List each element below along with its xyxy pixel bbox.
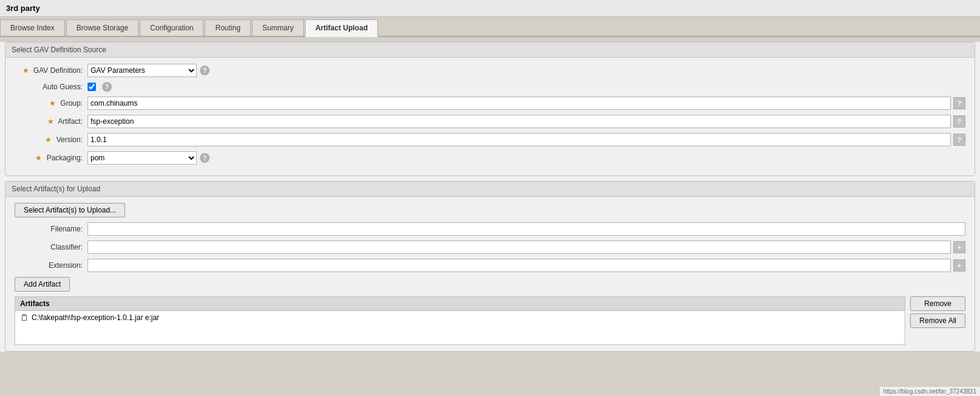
tab-artifact-upload[interactable]: Artifact Upload <box>305 19 378 37</box>
group-row: ★ Group: ? <box>15 97 965 110</box>
group-input-container: ? <box>87 97 965 110</box>
tab-configuration[interactable]: Configuration <box>140 19 204 36</box>
artifact-list-item[interactable]: 🗒 C:\fakepath\fsp-exception-1.0.1.jar e:… <box>15 311 905 324</box>
auto-guess-row: Auto Guess: ? <box>15 82 965 92</box>
artifact-input[interactable] <box>87 115 951 128</box>
gav-section: Select GAV Definition Source ★ GAV Defin… <box>5 42 975 176</box>
classifier-row: Classifier: + <box>15 241 965 254</box>
artifact-row: ★ Artifact: ? <box>15 115 965 128</box>
gav-definition-row: ★ GAV Definition: GAV Parameters POM Fil… <box>15 64 965 77</box>
filename-label: Filename: <box>15 225 87 233</box>
version-row: ★ Version: ? <box>15 133 965 146</box>
artifacts-section: Artifacts 🗒 C:\fakepath\fsp-exception-1.… <box>15 296 965 345</box>
artifact-action-buttons: Remove Remove All <box>910 296 965 345</box>
classifier-input-container: + <box>87 241 965 254</box>
gav-definition-select[interactable]: GAV Parameters POM File <box>87 64 197 77</box>
extension-help-icon[interactable]: + <box>953 259 965 271</box>
version-label: ★ Version: <box>15 135 87 144</box>
extension-input-container: + <box>87 259 965 272</box>
required-star: ★ <box>22 66 29 75</box>
artifact-label: ★ Artifact: <box>15 117 87 126</box>
packaging-select[interactable]: pom jar war ear <box>87 151 197 165</box>
filename-input[interactable] <box>87 222 965 236</box>
required-star-version: ★ <box>45 135 52 144</box>
group-label: ★ Group: <box>15 99 87 108</box>
filename-row: Filename: <box>15 222 965 236</box>
tab-bar: Browse Index Browse Storage Configuratio… <box>0 17 980 37</box>
gav-definition-label: ★ GAV Definition: <box>15 66 87 75</box>
extension-input[interactable] <box>87 259 951 272</box>
auto-guess-checkbox[interactable] <box>87 83 96 91</box>
remove-button[interactable]: Remove <box>910 296 965 311</box>
title-bar: 3rd party <box>0 0 980 17</box>
required-star-artifact: ★ <box>47 117 54 126</box>
artifact-path: C:\fakepath\fsp-exception-1.0.1.jar e:ja… <box>32 313 159 322</box>
group-input[interactable] <box>87 97 951 110</box>
artifact-input-container: ? <box>87 115 965 128</box>
tab-routing[interactable]: Routing <box>205 19 250 36</box>
required-star-packaging: ★ <box>35 154 42 162</box>
main-content: Select GAV Definition Source ★ GAV Defin… <box>0 42 980 352</box>
gav-section-body: ★ GAV Definition: GAV Parameters POM Fil… <box>5 58 975 176</box>
artifact-upload-section: Select Artifact(s) for Upload Select Art… <box>5 181 975 352</box>
packaging-label: ★ Packaging: <box>15 154 87 162</box>
version-input[interactable] <box>87 133 951 146</box>
extension-label: Extension: <box>15 261 87 270</box>
artifact-help-icon[interactable]: ? <box>953 115 965 128</box>
extension-row: Extension: + <box>15 259 965 272</box>
group-help-icon[interactable]: ? <box>953 97 965 109</box>
artifacts-table-header: Artifacts <box>15 297 905 311</box>
classifier-label: Classifier: <box>15 243 87 251</box>
remove-all-button[interactable]: Remove All <box>910 313 965 328</box>
artifact-upload-section-title: Select Artifact(s) for Upload <box>5 182 975 197</box>
version-input-container: ? <box>87 133 965 146</box>
required-star-group: ★ <box>49 99 56 108</box>
tab-browse-index[interactable]: Browse Index <box>0 19 65 36</box>
artifact-upload-section-body: Select Artifact(s) to Upload... Filename… <box>5 197 975 351</box>
add-artifact-button[interactable]: Add Artifact <box>15 277 70 292</box>
classifier-input[interactable] <box>87 241 951 254</box>
gav-definition-help-icon[interactable]: ? <box>200 66 210 75</box>
gav-section-title: Select GAV Definition Source <box>5 43 975 58</box>
window-title: 3rd party <box>6 4 40 13</box>
packaging-help-icon[interactable]: ? <box>200 153 210 163</box>
auto-guess-help-icon[interactable]: ? <box>102 82 112 92</box>
version-help-icon[interactable]: ? <box>953 134 965 146</box>
packaging-row: ★ Packaging: pom jar war ear ? <box>15 151 965 165</box>
select-artifacts-button[interactable]: Select Artifact(s) to Upload... <box>15 203 125 217</box>
tab-summary[interactable]: Summary <box>252 19 304 36</box>
artifact-file-icon: 🗒 <box>20 313 29 323</box>
classifier-help-icon[interactable]: + <box>953 241 965 253</box>
auto-guess-label: Auto Guess: <box>15 83 87 91</box>
tab-browse-storage[interactable]: Browse Storage <box>66 19 139 36</box>
artifacts-table: Artifacts 🗒 C:\fakepath\fsp-exception-1.… <box>15 296 905 345</box>
